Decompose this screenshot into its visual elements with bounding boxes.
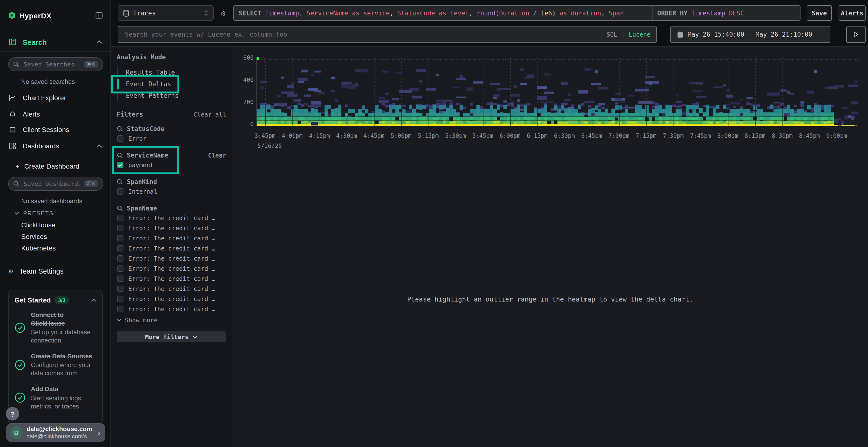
chevron-up-icon	[96, 144, 102, 148]
saved-searches-field[interactable]	[23, 60, 81, 68]
alerts-button[interactable]: Alerts	[839, 5, 866, 21]
checkbox[interactable]	[117, 245, 123, 251]
filter-option[interactable]: Error: The credit card …	[117, 274, 226, 284]
filter-option[interactable]: Error: The credit card …	[117, 223, 226, 233]
sidebar-item-search[interactable]: Search	[0, 35, 111, 49]
get-started-item-subtitle: Start sending logs, metrics, or traces	[31, 394, 96, 411]
no-saved-searches-text: No saved searches	[21, 78, 75, 85]
more-filters-label: More filters	[145, 333, 189, 340]
preset-dashboard-item[interactable]: Kubernetes	[0, 242, 111, 254]
sidebar-item-dashboards[interactable]: Dashboards	[0, 139, 111, 153]
sql-mode-button[interactable]: SQL	[607, 31, 617, 38]
sidebar-item-alerts[interactable]: Alerts	[0, 107, 111, 122]
filter-option[interactable]: Error: The credit card …	[117, 294, 226, 304]
clear-filter-button[interactable]: Clear	[208, 151, 226, 159]
run-query-button[interactable]	[846, 26, 866, 43]
check-circle-icon	[14, 359, 26, 370]
search-icon[interactable]	[117, 126, 123, 132]
checkbox[interactable]	[117, 296, 123, 302]
filter-option[interactable]: Error: The credit card …	[117, 284, 226, 294]
more-filters-button[interactable]: More filters	[117, 332, 226, 342]
checkbox[interactable]	[117, 306, 123, 312]
show-more-button[interactable]: Show more	[117, 315, 226, 325]
x-axis-date-label: 5/26/25	[257, 143, 282, 149]
x-axis-tick-label: 9:00pm	[822, 133, 851, 139]
search-input[interactable]	[124, 30, 607, 38]
source-select[interactable]: Traces	[118, 5, 214, 21]
checkbox[interactable]	[117, 135, 123, 142]
filter-option[interactable]: Error	[117, 133, 226, 143]
duration-heatmap[interactable]	[256, 58, 858, 126]
get-started-item[interactable]: Add Data Start sending logs, metrics, or…	[14, 385, 96, 411]
presets-label: PRESETS	[23, 210, 54, 217]
source-settings-gear-icon[interactable]: ⚙	[218, 8, 228, 18]
filter-option-label: Error: The credit card …	[128, 214, 215, 221]
get-started-item-title: Add Data	[31, 385, 96, 393]
sql-token: )	[552, 9, 556, 16]
heatmap-canvas[interactable]	[257, 58, 858, 126]
filter-group-servicename: ServiceName Clear payment	[117, 150, 226, 170]
presets-toggle[interactable]: PRESETS	[0, 208, 111, 219]
search-icon[interactable]	[117, 178, 123, 185]
spanname-options: Error: The credit card … Error: The cred…	[117, 213, 226, 314]
analysis-mode-event-patterns[interactable]: Event Patterns	[118, 90, 226, 101]
checkbox[interactable]	[117, 225, 123, 231]
create-dashboard-label: Create Dashboard	[24, 162, 79, 170]
get-started-item[interactable]: Connect to ClickHouse Set up your databa…	[14, 311, 96, 345]
clear-all-button[interactable]: Clear all	[194, 111, 226, 118]
checkbox[interactable]	[117, 276, 123, 282]
checkbox[interactable]	[117, 235, 123, 241]
no-saved-dashboards-text: No saved dashboards	[21, 198, 82, 205]
filter-option-label: Error: The credit card …	[128, 235, 215, 242]
sidebar-item-team-settings[interactable]: ⚙ Team Settings	[0, 264, 111, 278]
date-range-picker[interactable]: May 26 15:40:00 - May 26 21:10:00	[670, 26, 830, 43]
filter-group-label: SpanName	[127, 204, 226, 212]
database-icon	[123, 9, 129, 16]
filter-option[interactable]: Internal	[117, 186, 226, 197]
sql-token: Duration	[499, 9, 529, 16]
filter-option[interactable]: Error: The credit card …	[117, 233, 226, 243]
x-axis-tick-label: 4:00pm	[277, 133, 307, 139]
order-by-input[interactable]: ORDER BY Timestamp DESC	[652, 5, 801, 21]
filter-option[interactable]: Error: The credit card …	[117, 243, 226, 253]
x-axis: 3:45pm4:00pm4:15pm4:30pm4:45pm5:00pm5:15…	[256, 133, 858, 140]
filter-option[interactable]: Error: The credit card …	[117, 264, 226, 274]
sidebar-item-client-sessions[interactable]: Client Sessions	[0, 122, 111, 137]
lucene-mode-button[interactable]: Lucene	[629, 31, 651, 38]
preset-dashboard-item[interactable]: ClickHouse	[0, 219, 111, 231]
divider	[0, 153, 111, 153]
get-started-item-title: Connect to ClickHouse	[31, 311, 96, 328]
saved-dashboards-field[interactable]	[23, 180, 81, 188]
saved-searches-input[interactable]: ⌘K	[8, 57, 103, 71]
get-started-item[interactable]: Create Data Sources Configure where your…	[14, 352, 96, 378]
checkbox[interactable]	[117, 265, 123, 272]
sidebar-item-chart-explorer[interactable]: Chart Explorer	[0, 91, 111, 105]
checkbox[interactable]	[117, 286, 123, 292]
checkbox-checked[interactable]	[117, 162, 123, 168]
filter-option[interactable]: payment	[117, 160, 226, 170]
saved-dashboards-input[interactable]: ⌘K	[8, 177, 103, 191]
search-icon[interactable]	[117, 152, 123, 158]
analysis-mode-results-table[interactable]: Results Table	[118, 66, 226, 78]
create-dashboard-button[interactable]: + Create Dashboard	[0, 159, 111, 173]
get-started-item-subtitle: Configure where your data comes from	[31, 362, 96, 378]
checkbox[interactable]	[117, 255, 123, 262]
get-started-item-subtitle: Set up your database connection	[31, 329, 96, 345]
save-button[interactable]: Save	[807, 5, 832, 21]
checkbox[interactable]	[117, 188, 123, 195]
help-button[interactable]: ?	[6, 407, 19, 420]
filter-option[interactable]: Error: The credit card …	[117, 304, 226, 314]
user-menu[interactable]: D dale@clickhouse.com dale@clickhouse.co…	[6, 423, 105, 442]
search-icon[interactable]	[117, 205, 123, 211]
filter-option[interactable]: Error: The credit card …	[117, 253, 226, 264]
analysis-mode-event-deltas[interactable]: Event Deltas	[118, 78, 226, 90]
sql-token: round(	[476, 9, 499, 16]
filter-option[interactable]: Error: The credit card …	[117, 213, 226, 223]
filters-header: Filters	[117, 111, 194, 118]
collapse-sidebar-icon[interactable]	[95, 12, 103, 19]
get-started-header[interactable]: Get Started 3/3	[14, 296, 96, 304]
x-axis-tick-label: 7:15pm	[631, 133, 661, 139]
empty-state-message: Please highlight an outlier range in the…	[232, 295, 868, 303]
preset-dashboard-item[interactable]: Services	[0, 231, 111, 242]
checkbox[interactable]	[117, 215, 123, 221]
